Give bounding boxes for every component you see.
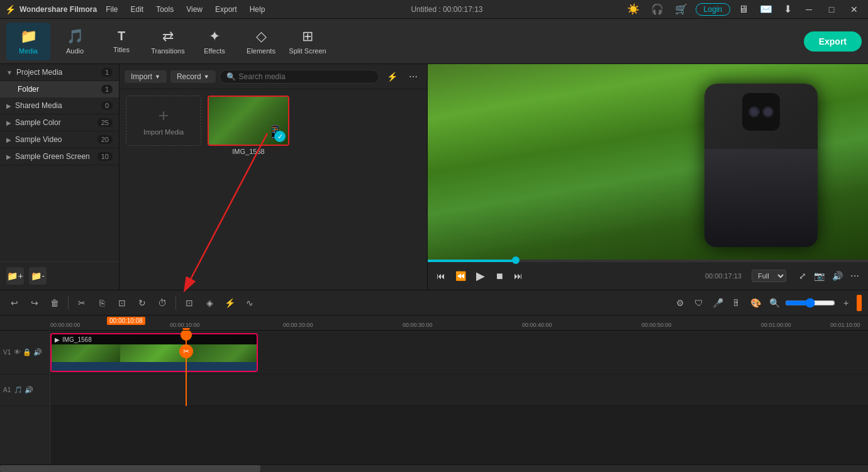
- redo-button[interactable]: ↪: [26, 295, 43, 311]
- zoom-select[interactable]: Full 50% 75%: [752, 270, 786, 282]
- media-thumb-frame: ✓: [208, 96, 289, 146]
- add-track-button[interactable]: +: [838, 295, 854, 311]
- scrollbar-thumb[interactable]: [0, 465, 260, 472]
- playback-indicator[interactable]: [857, 295, 862, 311]
- progress-handle[interactable]: [512, 256, 520, 264]
- chevron-right-icon3: ▶: [6, 136, 11, 143]
- copy-button[interactable]: ⎘: [94, 295, 110, 311]
- chevron-right-icon: ▶: [6, 102, 11, 109]
- toolbar-effects[interactable]: ✦ Effects: [192, 23, 236, 60]
- audio-detach-button[interactable]: ∿: [242, 295, 258, 311]
- mic-button[interactable]: 🎤: [709, 295, 726, 311]
- stop-button[interactable]: ⏹: [492, 268, 506, 283]
- timeline-scrollbar[interactable]: [0, 464, 868, 472]
- video-clip-img1568[interactable]: ▶ IMG_1568: [50, 333, 258, 372]
- toolbar-elements[interactable]: ◇ Elements: [239, 23, 283, 60]
- skip-back-button[interactable]: ⏮: [434, 268, 448, 283]
- cart-icon[interactable]: 🛒: [672, 2, 691, 16]
- mail-icon[interactable]: ✉️: [757, 2, 776, 16]
- toolbar-splitscreen[interactable]: ⊞ Split Screen: [286, 23, 330, 60]
- split-button[interactable]: ⚡: [221, 295, 238, 311]
- maximize-button[interactable]: □: [823, 3, 840, 16]
- cut-button[interactable]: ✂: [74, 295, 90, 311]
- record-button[interactable]: Record ▼: [170, 70, 216, 83]
- left-panel: ▼ Project Media 1 Folder 1 ▶ Shared Medi…: [0, 64, 120, 290]
- crop-button[interactable]: ⊡: [114, 295, 130, 311]
- play-button[interactable]: ▶: [474, 266, 487, 285]
- track-eye-icon[interactable]: 👁: [14, 348, 21, 356]
- preview-progress-bar[interactable]: [428, 260, 868, 262]
- folder-row[interactable]: Folder 1: [0, 81, 119, 97]
- track-num-v1: V1: [3, 349, 11, 356]
- rotate-button[interactable]: ↻: [134, 295, 150, 311]
- sample-color-count: 25: [97, 118, 113, 127]
- sample-color-row[interactable]: ▶ Sample Color 25: [0, 114, 119, 131]
- frame-back-button[interactable]: ⏪: [453, 268, 469, 283]
- media-label: Media: [19, 47, 38, 55]
- screenshot-button[interactable]: 📷: [811, 268, 827, 283]
- search-bar: 🔍: [220, 70, 379, 84]
- track-content: ▶ IMG_1568 ✂: [50, 331, 868, 464]
- toolbar-separator-2: [175, 297, 176, 309]
- toolbar-audio[interactable]: 🎵 Audio: [53, 23, 97, 60]
- effects-icon: ✦: [209, 28, 220, 45]
- menu-file[interactable]: File: [101, 4, 123, 15]
- zoom-in-button[interactable]: 🔍: [766, 295, 782, 311]
- track-label-a1: A1 🎵 🔊: [0, 375, 50, 406]
- search-input[interactable]: [239, 72, 372, 81]
- add-folder-button[interactable]: 📁+: [6, 267, 24, 285]
- track-audio-icon[interactable]: 🔊: [33, 348, 42, 356]
- grid-button[interactable]: ⋯: [404, 68, 422, 85]
- import-media-placeholder[interactable]: + Import Media: [126, 96, 201, 146]
- timeline-ruler: 00:00:00:00 00:00:10:00 00:00:20:00 00:0…: [0, 316, 868, 331]
- speed-button[interactable]: ⏱: [154, 295, 170, 311]
- menu-help[interactable]: Help: [245, 4, 270, 15]
- settings-button[interactable]: ⚙: [672, 295, 688, 311]
- toolbar-transitions[interactable]: ⇄ Transitions: [146, 23, 190, 60]
- export-button[interactable]: Export: [804, 31, 862, 52]
- download-icon[interactable]: ⬇: [781, 2, 795, 16]
- more-options-button[interactable]: ⋯: [848, 268, 862, 283]
- delete-button[interactable]: 🗑: [47, 295, 63, 311]
- sample-video-count: 20: [97, 135, 113, 144]
- toolbar-titles[interactable]: T Titles: [99, 23, 143, 60]
- shield-button[interactable]: 🛡: [691, 295, 707, 311]
- project-media-row[interactable]: ▼ Project Media 1: [0, 64, 119, 81]
- track-volume-icon[interactable]: 🔊: [25, 386, 33, 394]
- skip-forward-button[interactable]: ⏭: [511, 268, 525, 283]
- headphones-icon[interactable]: 🎧: [648, 2, 667, 16]
- import-label: Import: [131, 72, 152, 81]
- import-button[interactable]: Import ▼: [125, 70, 167, 83]
- folder-label: Folder: [18, 85, 39, 94]
- toolbar-media[interactable]: 📁 Media: [6, 23, 50, 60]
- undo-button[interactable]: ↩: [6, 295, 23, 311]
- filter-button[interactable]: ⚡: [383, 68, 401, 85]
- main-toolbar: 📁 Media 🎵 Audio T Titles ⇄ Transitions ✦…: [0, 19, 868, 64]
- sample-video-row[interactable]: ▶ Sample Video 20: [0, 131, 119, 148]
- fullscreen-button[interactable]: ⤢: [796, 268, 809, 283]
- menu-tools[interactable]: Tools: [151, 4, 179, 15]
- media-thumb-img1568[interactable]: ✓ IMG_1568: [208, 96, 289, 155]
- remove-folder-button[interactable]: 📁-: [29, 267, 47, 285]
- sun-icon[interactable]: ☀️: [624, 2, 643, 16]
- preview-controls: ⏮ ⏪ ▶ ⏹ ⏭ 00:00:17:13 Full 50% 75% ⤢ 📷 🔊…: [428, 262, 868, 290]
- track-lock-icon[interactable]: 🔒: [23, 348, 31, 356]
- audio-mix-button[interactable]: 🎚: [728, 295, 745, 311]
- shared-media-row[interactable]: ▶ Shared Media 0: [0, 97, 119, 114]
- menu-export[interactable]: Export: [210, 4, 242, 15]
- sample-green-row[interactable]: ▶ Sample Green Screen 10: [0, 148, 119, 165]
- zoom-slider[interactable]: [785, 298, 835, 308]
- track-audio-icon-a1[interactable]: 🎵: [14, 386, 23, 394]
- volume-button[interactable]: 🔊: [830, 268, 845, 283]
- login-button[interactable]: Login: [696, 3, 730, 16]
- ruler-time-20: 00:00:20:00: [283, 322, 313, 328]
- menu-view[interactable]: View: [181, 4, 208, 15]
- color-button[interactable]: 🎨: [747, 295, 764, 311]
- monitor-icon[interactable]: 🖥: [735, 3, 752, 16]
- close-button[interactable]: ✕: [845, 3, 863, 16]
- marker-button[interactable]: ◈: [201, 295, 218, 311]
- fit-button[interactable]: ⊡: [181, 295, 198, 311]
- minimize-button[interactable]: ─: [800, 3, 818, 16]
- titles-label: Titles: [113, 46, 130, 53]
- menu-edit[interactable]: Edit: [125, 4, 148, 15]
